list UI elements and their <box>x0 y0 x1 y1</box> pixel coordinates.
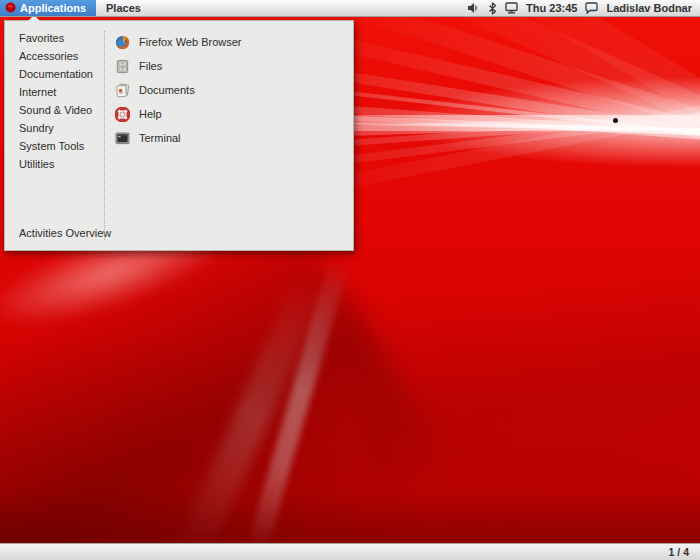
applications-label: Applications <box>20 2 86 14</box>
redhat-fedora-icon <box>5 2 16 15</box>
places-menu-button[interactable]: Places <box>96 0 151 16</box>
menu-item-help[interactable]: Help <box>112 102 347 126</box>
category-internet[interactable]: Internet <box>5 83 103 101</box>
menu-item-files[interactable]: Files <box>112 54 347 78</box>
mouse-cursor-dot <box>613 118 618 123</box>
system-tray: Thu 23:45 Ladislav Bodnar <box>467 0 700 16</box>
documents-icon <box>115 83 130 98</box>
category-column: Favorites Accessories Documentation Inte… <box>5 29 103 173</box>
category-utilities[interactable]: Utilities <box>5 155 103 173</box>
clock[interactable]: Thu 23:45 <box>526 2 577 14</box>
places-label: Places <box>106 2 141 14</box>
category-sundry[interactable]: Sundry <box>5 119 103 137</box>
category-accessories[interactable]: Accessories <box>5 47 103 65</box>
app-label: Help <box>139 108 162 120</box>
workspace-indicator[interactable]: 1 / 4 <box>669 546 689 558</box>
app-label: Terminal <box>139 132 181 144</box>
desktop: Applications Places <box>0 0 700 560</box>
category-sound-video[interactable]: Sound & Video <box>5 101 103 119</box>
terminal-icon <box>115 131 130 146</box>
category-favorites[interactable]: Favorites <box>5 29 103 47</box>
category-documentation[interactable]: Documentation <box>5 65 103 83</box>
applications-menu-popup: Favorites Accessories Documentation Inte… <box>4 20 354 251</box>
category-system-tools[interactable]: System Tools <box>5 137 103 155</box>
chat-bubble-icon[interactable] <box>585 2 598 14</box>
app-label: Documents <box>139 84 195 96</box>
username[interactable]: Ladislav Bodnar <box>606 2 692 14</box>
bottom-bar: 1 / 4 <box>0 543 700 560</box>
menu-item-firefox[interactable]: Firefox Web Browser <box>112 30 347 54</box>
menu-divider <box>104 31 105 240</box>
bluetooth-icon[interactable] <box>488 2 497 15</box>
menu-item-documents[interactable]: Documents <box>112 78 347 102</box>
app-list: Firefox Web Browser Files <box>112 30 347 150</box>
firefox-icon <box>115 35 130 50</box>
files-cabinet-icon <box>115 59 130 74</box>
app-label: Firefox Web Browser <box>139 36 242 48</box>
speaker-icon[interactable] <box>467 2 480 14</box>
app-label: Files <box>139 60 162 72</box>
menu-item-terminal[interactable]: Terminal <box>112 126 347 150</box>
dark-fold <box>345 249 700 543</box>
applications-menu-button[interactable]: Applications <box>0 0 96 16</box>
top-bar: Applications Places <box>0 0 700 17</box>
help-lifebuoy-icon <box>115 107 130 122</box>
activities-overview-item[interactable]: Activities Overview <box>5 224 111 242</box>
display-icon[interactable] <box>505 2 518 14</box>
